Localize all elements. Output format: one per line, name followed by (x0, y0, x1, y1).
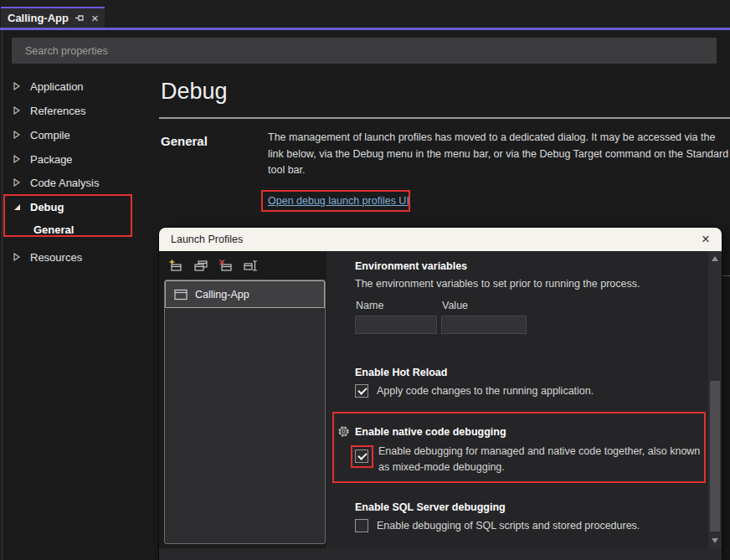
sidebar-item-debug-general[interactable]: General (33, 220, 134, 239)
dialog-content: Environment variables The environment va… (326, 251, 700, 548)
dialog-scrollbar[interactable] (708, 251, 722, 548)
search-placeholder: Search properties (25, 45, 108, 57)
sidebar-label: Application (30, 80, 84, 93)
open-launch-profiles-link[interactable]: Open debug launch profiles UI (268, 195, 409, 207)
gear-icon (337, 425, 350, 438)
page-divider (159, 117, 730, 119)
sidebar-label: Debug (30, 201, 64, 213)
chevron-collapsed-icon (13, 155, 30, 163)
tab-title: Calling-App (8, 12, 69, 24)
sidebar-label: Resources (30, 251, 82, 264)
tab-strip: Calling-App × (0, 0, 730, 30)
sidebar-item-resources[interactable]: Resources (0, 248, 156, 266)
profile-name: Calling-App (195, 289, 249, 301)
sidebar-label: General (33, 223, 74, 236)
native-debugging-header: Enable native code debugging (355, 426, 506, 438)
profile-item-calling-app[interactable]: Calling-App (165, 280, 325, 308)
sql-debugging-label: Enable debugging of SQL scripts and stor… (377, 520, 640, 532)
chevron-collapsed-icon (13, 131, 30, 139)
chevron-collapsed-icon (13, 253, 30, 261)
hot-reload-checkbox[interactable] (355, 384, 368, 398)
sidebar-item-debug[interactable]: Debug (0, 198, 156, 216)
launch-profiles-dialog: Launch Profiles × (159, 228, 722, 560)
rename-profile-icon[interactable] (243, 257, 260, 274)
window-icon (174, 289, 188, 301)
pin-icon[interactable] (75, 13, 85, 24)
chevron-collapsed-icon (13, 106, 30, 115)
hot-reload-label: Apply code changes to the running applic… (377, 385, 594, 397)
sidebar-label: Package (30, 153, 73, 166)
sidebar-label: References (30, 105, 85, 117)
page-title: Debug (161, 79, 228, 105)
profiles-list: Calling-App (164, 280, 326, 544)
native-debugging-label: Enable debugging for managed and native … (378, 444, 713, 475)
sidebar-item-application[interactable]: Application (0, 77, 156, 95)
sidebar-item-package[interactable]: Package (0, 150, 156, 168)
dialog-footer (159, 548, 722, 560)
chevron-collapsed-icon (13, 178, 30, 187)
section-label-general: General (161, 134, 208, 148)
search-input[interactable]: Search properties (12, 38, 717, 64)
sidebar-item-compile[interactable]: Compile (0, 126, 156, 144)
accent-bar (0, 28, 730, 30)
sidebar-item-references[interactable]: References (0, 101, 156, 120)
hot-reload-header: Enable Hot Reload (355, 367, 447, 378)
scroll-up-icon[interactable] (712, 256, 718, 261)
dialog-close-icon[interactable]: × (702, 233, 710, 246)
profiles-toolbar (167, 257, 260, 274)
tab-calling-app[interactable]: Calling-App × (1, 7, 105, 28)
properties-window: Calling-App × Search properties Applicat… (0, 0, 730, 560)
chevron-collapsed-icon (13, 82, 30, 90)
env-name-input[interactable] (355, 316, 437, 334)
delete-profile-icon[interactable] (218, 257, 234, 274)
scroll-down-icon[interactable] (712, 538, 718, 543)
env-value-label: Value (442, 300, 468, 311)
dialog-body: Calling-App Environment variables The en… (159, 251, 722, 548)
new-profile-icon[interactable] (167, 257, 184, 274)
native-debugging-checkbox[interactable] (355, 450, 368, 463)
sql-debugging-checkbox[interactable] (355, 519, 368, 532)
sidebar-item-code-analysis[interactable]: Code Analysis (0, 173, 156, 192)
sidebar-label: Code Analysis (30, 177, 99, 189)
sql-debugging-header: Enable SQL Server debugging (355, 501, 506, 513)
duplicate-profile-icon[interactable] (193, 257, 209, 274)
env-value-input[interactable] (441, 316, 527, 334)
close-icon[interactable]: × (91, 13, 99, 24)
background-divider-fragment (722, 275, 730, 276)
dialog-title: Launch Profiles (171, 234, 243, 245)
sidebar-label: Compile (30, 129, 70, 141)
env-variables-header: Environment variables (355, 260, 467, 272)
dialog-titlebar[interactable]: Launch Profiles × (159, 228, 722, 251)
env-name-label: Name (356, 300, 383, 311)
dialog-left-pane: Calling-App (159, 251, 326, 548)
env-variables-description: The environment variables to set prior t… (355, 278, 640, 290)
scrollbar-thumb[interactable] (710, 381, 720, 532)
section-description: The management of launch profiles has mo… (268, 130, 730, 179)
chevron-expanded-icon (13, 203, 30, 211)
